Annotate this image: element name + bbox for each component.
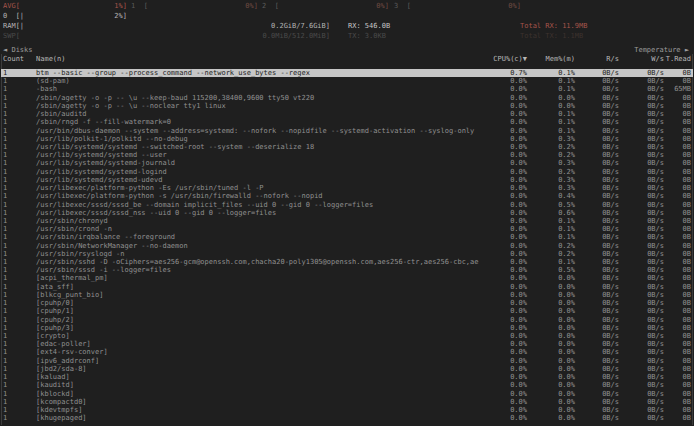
- process-name: /usr/lib/systemd/systemd-journald: [36, 159, 479, 167]
- process-write-rate: 0B/s: [619, 209, 664, 217]
- swap-gauge: SWP[ 0.0MiB/512.0MiB]: [3, 32, 330, 41]
- process-cpu-percent: 0.0%: [479, 266, 527, 274]
- table-row[interactable]: 1 [jbd2/sda-8] 0.0% 0.0% 0B/s 0B/s 0B: [1, 365, 693, 373]
- process-total-read: 0B: [664, 110, 691, 118]
- column-header-write-rate[interactable]: W/s: [619, 55, 664, 64]
- process-total-read: 0B: [664, 209, 691, 217]
- table-row[interactable]: 1 [khugepaged] 0.0% 0.0% 0B/s 0B/s 0B: [1, 414, 693, 422]
- table-row[interactable]: 1 /usr/sbin/irqbalance --foreground 0.0%…: [1, 233, 693, 241]
- process-read-rate: 0B/s: [575, 340, 619, 348]
- table-row[interactable]: 1 [ata_sff] 0.0% 0.0% 0B/s 0B/s 0B: [1, 283, 693, 291]
- process-write-rate: 0B/s: [619, 390, 664, 398]
- table-row[interactable]: 1 [edac-poller] 0.0% 0.0% 0B/s 0B/s 0B: [1, 340, 693, 348]
- process-count: 1: [3, 135, 36, 143]
- process-read-rate: 0B/s: [575, 381, 619, 389]
- table-row[interactable]: 1 /usr/libexec/sssd/sssd_be --domain imp…: [1, 201, 693, 209]
- process-read-rate: 0B/s: [575, 143, 619, 151]
- process-total-read: 0B: [664, 159, 691, 167]
- table-row[interactable]: 1 [kblockd] 0.0% 0.0% 0B/s 0B/s 0B: [1, 390, 693, 398]
- process-mem-percent: 0.0%: [527, 94, 575, 102]
- process-cpu-percent: 0.0%: [479, 242, 527, 250]
- process-total-read: 0B: [664, 151, 691, 159]
- process-name: [crypto]: [36, 332, 479, 340]
- process-mem-percent: 0.0%: [527, 414, 575, 422]
- table-row[interactable]: 1 /usr/lib/systemd/systemd-udevd 0.0% 0.…: [1, 176, 693, 184]
- column-header-name[interactable]: Name(n): [36, 55, 479, 64]
- table-row[interactable]: 1 -bash 0.0% 0.1% 0B/s 0B/s 65MB: [1, 85, 693, 93]
- process-cpu-percent: 0.0%: [479, 127, 527, 135]
- process-total-read: 0B: [664, 176, 691, 184]
- table-row[interactable]: 1 /sbin/agetty -o -p -- \u --noclear tty…: [1, 102, 693, 110]
- table-row[interactable]: 1 /usr/sbin/chronyd 0.0% 0.1% 0B/s 0B/s …: [1, 217, 693, 225]
- table-row[interactable]: 1 /usr/sbin/sssd -i --logger=files 0.0% …: [1, 266, 693, 274]
- table-row[interactable]: 1 /usr/lib/polkit-1/polkitd --no-debug 0…: [1, 135, 693, 143]
- process-name: /sbin/agetty -o -p -- \u --keep-baud 115…: [36, 94, 479, 102]
- cpu-gauge-core2: 2 [ 0%]: [262, 2, 389, 11]
- process-count: 1: [3, 242, 36, 250]
- process-total-read: 0B: [664, 217, 691, 225]
- process-mem-percent: 0.3%: [527, 159, 575, 167]
- process-write-rate: 0B/s: [619, 127, 664, 135]
- table-row[interactable]: 1 /usr/sbin/sshd -D -oCiphers=aes256-gcm…: [1, 258, 693, 266]
- table-row[interactable]: 1 (sd-pam) 0.0% 0.1% 0B/s 0B/s 0B: [1, 77, 693, 85]
- column-header-mem[interactable]: Mem%(m): [527, 55, 575, 64]
- table-row[interactable]: 1 /usr/libexec/platform-python -Es /usr/…: [1, 184, 693, 192]
- process-read-rate: 0B/s: [575, 85, 619, 93]
- table-row[interactable]: 1 /sbin/agetty -o -p -- \u --keep-baud 1…: [1, 94, 693, 102]
- table-row[interactable]: 1 [kdevtmpfs] 0.0% 0.0% 0B/s 0B/s 0B: [1, 406, 693, 414]
- process-mem-percent: 0.1%: [527, 118, 575, 126]
- table-row[interactable]: 1 btm --basic --group --process_command …: [1, 69, 693, 77]
- process-count: 1: [3, 348, 36, 356]
- process-name: [kdevtmpfs]: [36, 406, 479, 414]
- table-row[interactable]: 1 [cpuhp/3] 0.0% 0.0% 0B/s 0B/s 0B: [1, 324, 693, 332]
- process-cpu-percent: 0.0%: [479, 94, 527, 102]
- process-cpu-percent: 0.0%: [479, 258, 527, 266]
- table-row[interactable]: 1 /usr/lib/systemd/systemd-journald 0.0%…: [1, 159, 693, 167]
- table-row[interactable]: 1 [cpuhp/2] 0.0% 0.0% 0B/s 0B/s 0B: [1, 316, 693, 324]
- table-row[interactable]: 1 [kauditd] 0.0% 0.0% 0B/s 0B/s 0B: [1, 381, 693, 389]
- process-count: 1: [3, 283, 36, 291]
- table-row[interactable]: 1 /usr/libexec/platform-python -s /usr/s…: [1, 192, 693, 200]
- cpu-gauge-core3: 3 [ 0%]: [394, 2, 521, 11]
- process-read-rate: 0B/s: [575, 299, 619, 307]
- process-count: 1: [3, 357, 36, 365]
- column-header-read-rate[interactable]: R/s: [575, 55, 619, 64]
- table-row[interactable]: 1 /usr/bin/dbus-daemon --system --addres…: [1, 127, 693, 135]
- table-row[interactable]: 1 [crypto] 0.0% 0.0% 0B/s 0B/s 0B: [1, 332, 693, 340]
- process-mem-percent: 0.2%: [527, 242, 575, 250]
- process-read-rate: 0B/s: [575, 274, 619, 282]
- table-row[interactable]: 1 [blkcg_punt_bio] 0.0% 0.0% 0B/s 0B/s 0…: [1, 291, 693, 299]
- table-row[interactable]: 1 [kaluad] 0.0% 0.0% 0B/s 0B/s 0B: [1, 373, 693, 381]
- table-row[interactable]: 1 [cpuhp/0] 0.0% 0.0% 0B/s 0B/s 0B: [1, 299, 693, 307]
- process-write-rate: 0B/s: [619, 102, 664, 110]
- table-row[interactable]: 1 [kcompactd0] 0.0% 0.0% 0B/s 0B/s 0B: [1, 398, 693, 406]
- process-write-rate: 0B/s: [619, 406, 664, 414]
- table-row[interactable]: 1 /sbin/auditd 0.0% 0.1% 0B/s 0B/s 0B: [1, 110, 693, 118]
- process-count: 1: [3, 225, 36, 233]
- process-name: [ata_sff]: [36, 283, 479, 291]
- table-row[interactable]: 1 /usr/sbin/rsyslogd -n 0.0% 0.2% 0B/s 0…: [1, 250, 693, 258]
- table-row[interactable]: 1 /usr/lib/systemd/systemd-logind 0.0% 0…: [1, 168, 693, 176]
- column-header-cpu-sort-desc[interactable]: CPU%(c)▼: [479, 55, 527, 64]
- process-name: [kblockd]: [36, 390, 479, 398]
- column-header-count[interactable]: Count: [3, 55, 36, 64]
- process-write-rate: 0B/s: [619, 258, 664, 266]
- process-total-read: 0B: [664, 266, 691, 274]
- table-row[interactable]: 1 /usr/sbin/NetworkManager --no-daemon 0…: [1, 242, 693, 250]
- table-row[interactable]: 1 [cpuhp/1] 0.0% 0.0% 0B/s 0B/s 0B: [1, 307, 693, 315]
- table-row[interactable]: 1 /usr/lib/systemd/systemd --user 0.0% 0…: [1, 151, 693, 159]
- table-row[interactable]: 1 /usr/sbin/crond -n 0.0% 0.1% 0B/s 0B/s…: [1, 225, 693, 233]
- process-write-rate: 0B/s: [619, 365, 664, 373]
- table-row[interactable]: 1 /usr/libexec/sssd/sssd_nss --uid 0 --g…: [1, 209, 693, 217]
- table-row[interactable]: 1 [ext4-rsv-conver] 0.0% 0.0% 0B/s 0B/s …: [1, 348, 693, 356]
- table-row[interactable]: 1 [acpi_thermal_pm] 0.0% 0.0% 0B/s 0B/s …: [1, 274, 693, 282]
- process-total-read: 0B: [664, 274, 691, 282]
- table-row[interactable]: 1 /sbin/rngd -f --fill-watermark=0 0.0% …: [1, 118, 693, 126]
- column-header-total-read[interactable]: T.Read: [664, 55, 691, 64]
- table-row[interactable]: 1 /usr/lib/systemd/systemd --switched-ro…: [1, 143, 693, 151]
- process-total-read: 65MB: [664, 85, 691, 93]
- process-total-read: 0B: [664, 102, 691, 110]
- process-name: [jbd2/sda-8]: [36, 365, 479, 373]
- table-row[interactable]: 1 [ipv6_addrconf] 0.0% 0.0% 0B/s 0B/s 0B: [1, 357, 693, 365]
- process-mem-percent: 0.1%: [527, 217, 575, 225]
